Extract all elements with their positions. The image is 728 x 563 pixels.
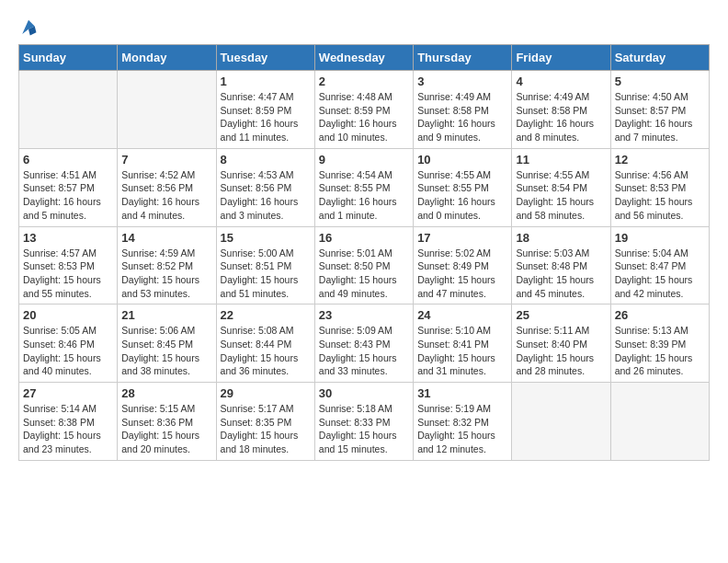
day-number: 29 xyxy=(221,386,311,400)
weekday-header-monday: Monday xyxy=(118,45,216,71)
weekday-header-tuesday: Tuesday xyxy=(216,45,314,71)
weekday-header-thursday: Thursday xyxy=(414,45,512,71)
day-info: Sunrise: 5:14 AMSunset: 8:38 PMDaylight:… xyxy=(23,402,113,456)
calendar-cell: 1Sunrise: 4:47 AMSunset: 8:59 PMDaylight… xyxy=(216,71,314,149)
day-number: 26 xyxy=(615,308,705,322)
day-number: 24 xyxy=(417,308,507,322)
day-number: 22 xyxy=(221,308,311,322)
day-number: 6 xyxy=(23,153,113,167)
weekday-header-saturday: Saturday xyxy=(610,45,709,71)
day-info: Sunrise: 4:49 AMSunset: 8:58 PMDaylight:… xyxy=(516,90,606,144)
day-number: 12 xyxy=(615,153,705,167)
day-info: Sunrise: 4:52 AMSunset: 8:56 PMDaylight:… xyxy=(121,168,211,223)
calendar-cell: 7Sunrise: 4:52 AMSunset: 8:56 PMDaylight… xyxy=(118,148,216,226)
day-info: Sunrise: 4:59 AMSunset: 8:52 PMDaylight:… xyxy=(121,247,211,301)
day-number: 11 xyxy=(516,153,606,167)
calendar-cell: 6Sunrise: 4:51 AMSunset: 8:57 PMDaylight… xyxy=(19,148,118,226)
day-info: Sunrise: 5:17 AMSunset: 8:35 PMDaylight:… xyxy=(221,402,311,456)
day-number: 14 xyxy=(121,231,211,245)
day-number: 31 xyxy=(417,386,507,400)
day-number: 28 xyxy=(121,386,211,400)
week-row-5: 27Sunrise: 5:14 AMSunset: 8:38 PMDayligh… xyxy=(19,383,710,461)
calendar-cell: 13Sunrise: 4:57 AMSunset: 8:53 PMDayligh… xyxy=(19,226,118,304)
day-number: 25 xyxy=(516,308,606,322)
calendar-cell: 28Sunrise: 5:15 AMSunset: 8:36 PMDayligh… xyxy=(118,383,216,461)
calendar-cell: 24Sunrise: 5:10 AMSunset: 8:41 PMDayligh… xyxy=(414,304,512,383)
calendar: SundayMondayTuesdayWednesdayThursdayFrid… xyxy=(18,44,710,461)
week-row-2: 6Sunrise: 4:51 AMSunset: 8:57 PMDaylight… xyxy=(19,148,710,226)
day-number: 1 xyxy=(221,75,311,88)
calendar-cell: 8Sunrise: 4:53 AMSunset: 8:56 PMDaylight… xyxy=(216,148,314,226)
day-info: Sunrise: 5:01 AMSunset: 8:50 PMDaylight:… xyxy=(319,247,409,301)
day-info: Sunrise: 5:03 AMSunset: 8:48 PMDaylight:… xyxy=(516,247,606,301)
day-info: Sunrise: 5:10 AMSunset: 8:41 PMDaylight:… xyxy=(417,324,507,378)
calendar-cell xyxy=(19,71,118,149)
weekday-header-sunday: Sunday xyxy=(19,45,118,71)
calendar-cell: 2Sunrise: 4:48 AMSunset: 8:59 PMDaylight… xyxy=(314,71,413,149)
day-number: 19 xyxy=(615,231,705,245)
calendar-cell: 31Sunrise: 5:19 AMSunset: 8:32 PMDayligh… xyxy=(414,383,512,461)
calendar-cell: 9Sunrise: 4:54 AMSunset: 8:55 PMDaylight… xyxy=(314,148,413,226)
calendar-cell: 22Sunrise: 5:08 AMSunset: 8:44 PMDayligh… xyxy=(216,304,314,383)
week-row-4: 20Sunrise: 5:05 AMSunset: 8:46 PMDayligh… xyxy=(19,304,710,383)
day-info: Sunrise: 5:15 AMSunset: 8:36 PMDaylight:… xyxy=(121,402,211,456)
calendar-cell: 29Sunrise: 5:17 AMSunset: 8:35 PMDayligh… xyxy=(216,383,314,461)
day-info: Sunrise: 5:11 AMSunset: 8:40 PMDaylight:… xyxy=(516,324,606,378)
day-info: Sunrise: 5:19 AMSunset: 8:32 PMDaylight:… xyxy=(417,402,507,456)
calendar-cell xyxy=(610,383,709,461)
day-number: 10 xyxy=(417,153,507,167)
day-number: 5 xyxy=(615,75,705,88)
day-info: Sunrise: 5:06 AMSunset: 8:45 PMDaylight:… xyxy=(121,324,211,378)
calendar-cell: 10Sunrise: 4:55 AMSunset: 8:55 PMDayligh… xyxy=(414,148,512,226)
calendar-cell: 3Sunrise: 4:49 AMSunset: 8:58 PMDaylight… xyxy=(414,71,512,149)
day-number: 15 xyxy=(221,231,311,245)
day-info: Sunrise: 5:18 AMSunset: 8:33 PMDaylight:… xyxy=(319,402,409,456)
calendar-cell: 25Sunrise: 5:11 AMSunset: 8:40 PMDayligh… xyxy=(512,304,610,383)
day-info: Sunrise: 4:56 AMSunset: 8:53 PMDaylight:… xyxy=(615,168,705,223)
day-info: Sunrise: 4:51 AMSunset: 8:57 PMDaylight:… xyxy=(23,168,113,223)
day-number: 4 xyxy=(516,75,606,88)
calendar-cell: 23Sunrise: 5:09 AMSunset: 8:43 PMDayligh… xyxy=(314,304,413,383)
day-info: Sunrise: 4:48 AMSunset: 8:59 PMDaylight:… xyxy=(319,90,409,144)
week-row-3: 13Sunrise: 4:57 AMSunset: 8:53 PMDayligh… xyxy=(19,226,710,304)
day-info: Sunrise: 4:53 AMSunset: 8:56 PMDaylight:… xyxy=(221,168,311,223)
day-info: Sunrise: 4:49 AMSunset: 8:58 PMDaylight:… xyxy=(417,90,507,144)
day-number: 7 xyxy=(121,153,211,167)
calendar-cell: 15Sunrise: 5:00 AMSunset: 8:51 PMDayligh… xyxy=(216,226,314,304)
day-number: 13 xyxy=(23,231,113,245)
weekday-header-wednesday: Wednesday xyxy=(314,45,413,71)
day-number: 27 xyxy=(23,386,113,400)
calendar-cell: 18Sunrise: 5:03 AMSunset: 8:48 PMDayligh… xyxy=(512,226,610,304)
day-info: Sunrise: 4:55 AMSunset: 8:54 PMDaylight:… xyxy=(516,168,606,223)
calendar-cell xyxy=(118,71,216,149)
calendar-cell: 16Sunrise: 5:01 AMSunset: 8:50 PMDayligh… xyxy=(314,226,413,304)
calendar-cell: 4Sunrise: 4:49 AMSunset: 8:58 PMDaylight… xyxy=(512,71,610,149)
calendar-cell: 27Sunrise: 5:14 AMSunset: 8:38 PMDayligh… xyxy=(19,383,118,461)
day-info: Sunrise: 5:13 AMSunset: 8:39 PMDaylight:… xyxy=(615,324,705,378)
calendar-cell: 14Sunrise: 4:59 AMSunset: 8:52 PMDayligh… xyxy=(118,226,216,304)
day-number: 30 xyxy=(319,386,409,400)
day-number: 17 xyxy=(417,231,507,245)
calendar-cell: 17Sunrise: 5:02 AMSunset: 8:49 PMDayligh… xyxy=(414,226,512,304)
weekday-header-friday: Friday xyxy=(512,45,610,71)
day-info: Sunrise: 4:50 AMSunset: 8:57 PMDaylight:… xyxy=(615,90,705,144)
day-number: 20 xyxy=(23,308,113,322)
day-number: 21 xyxy=(121,308,211,322)
day-number: 2 xyxy=(319,75,409,88)
header xyxy=(18,18,710,35)
calendar-cell: 11Sunrise: 4:55 AMSunset: 8:54 PMDayligh… xyxy=(512,148,610,226)
weekday-header-row: SundayMondayTuesdayWednesdayThursdayFrid… xyxy=(19,45,710,71)
logo-bird-icon xyxy=(20,18,37,39)
day-info: Sunrise: 5:09 AMSunset: 8:43 PMDaylight:… xyxy=(319,324,409,378)
day-info: Sunrise: 5:04 AMSunset: 8:47 PMDaylight:… xyxy=(615,247,705,301)
day-info: Sunrise: 5:02 AMSunset: 8:49 PMDaylight:… xyxy=(417,247,507,301)
logo xyxy=(18,18,37,35)
day-info: Sunrise: 5:00 AMSunset: 8:51 PMDaylight:… xyxy=(221,247,311,301)
day-info: Sunrise: 5:05 AMSunset: 8:46 PMDaylight:… xyxy=(23,324,113,378)
day-number: 3 xyxy=(417,75,507,88)
day-info: Sunrise: 4:55 AMSunset: 8:55 PMDaylight:… xyxy=(417,168,507,223)
day-info: Sunrise: 4:54 AMSunset: 8:55 PMDaylight:… xyxy=(319,168,409,223)
day-info: Sunrise: 4:47 AMSunset: 8:59 PMDaylight:… xyxy=(221,90,311,144)
week-row-1: 1Sunrise: 4:47 AMSunset: 8:59 PMDaylight… xyxy=(19,71,710,149)
day-number: 23 xyxy=(319,308,409,322)
